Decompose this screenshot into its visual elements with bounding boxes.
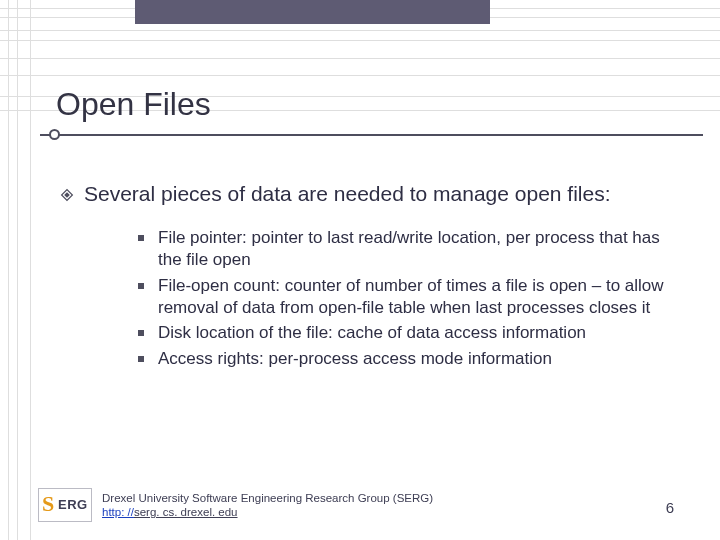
footer-org: Drexel University Software Engineering R… [102, 491, 433, 505]
diamond-bullet-icon [60, 188, 74, 202]
logo-s: S [42, 493, 54, 515]
square-bullet-icon [138, 330, 144, 336]
sub-bullet-text: Disk location of the file: cache of data… [158, 322, 586, 344]
sub-bullet: Disk location of the file: cache of data… [138, 322, 680, 344]
sub-bullet: Access rights: per-process access mode i… [138, 348, 680, 370]
square-bullet-icon [138, 235, 144, 241]
content-area: Several pieces of data are needed to man… [60, 180, 680, 374]
sub-bullet-text: Access rights: per-process access mode i… [158, 348, 552, 370]
main-bullet-text: Several pieces of data are needed to man… [84, 180, 611, 207]
footer-text: Drexel University Software Engineering R… [102, 491, 433, 520]
top-accent-bar [135, 0, 490, 24]
footer-link-rest[interactable]: serg. cs. drexel. edu [134, 506, 238, 518]
footer-url: http: //serg. cs. drexel. edu [102, 505, 433, 519]
title-dot-icon [49, 129, 60, 140]
title-underline [40, 134, 703, 136]
logo-erg: ERG [58, 497, 88, 512]
svg-rect-1 [64, 192, 70, 198]
footer: S ERG Drexel University Software Enginee… [38, 488, 680, 522]
slide-number: 6 [666, 499, 674, 516]
slide-title: Open Files [56, 86, 211, 123]
sub-bullet: File pointer: pointer to last read/write… [138, 227, 680, 271]
serg-logo: S ERG [38, 488, 92, 522]
sub-bullet-list: File pointer: pointer to last read/write… [138, 227, 680, 370]
sub-bullet-text: File pointer: pointer to last read/write… [158, 227, 680, 271]
sub-bullet: File-open count: counter of number of ti… [138, 275, 680, 319]
square-bullet-icon [138, 356, 144, 362]
main-bullet: Several pieces of data are needed to man… [60, 180, 680, 207]
sub-bullet-text: File-open count: counter of number of ti… [158, 275, 680, 319]
footer-link-prefix[interactable]: http: // [102, 506, 134, 518]
square-bullet-icon [138, 283, 144, 289]
